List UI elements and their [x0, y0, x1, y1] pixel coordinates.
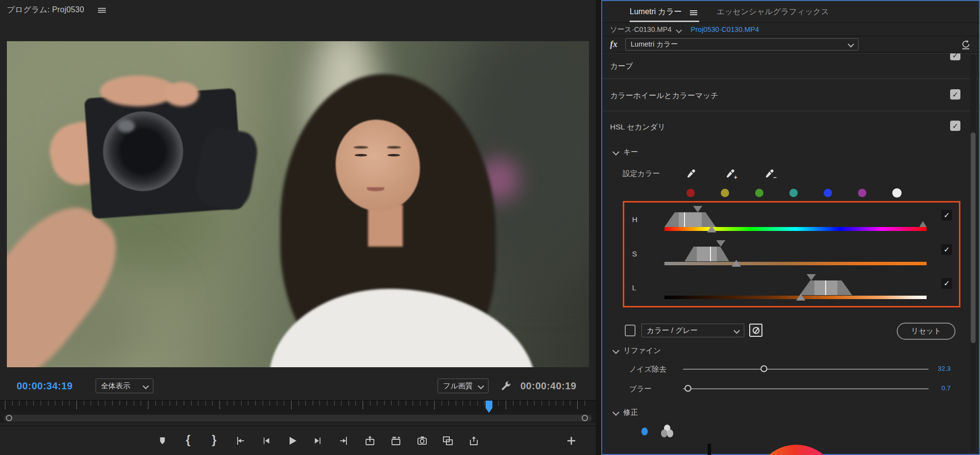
- correction-header-label: 修正: [623, 408, 638, 417]
- saturation-track[interactable]: [664, 262, 927, 265]
- blur-knob[interactable]: [685, 385, 691, 392]
- hue-range-trapezoid[interactable]: [664, 212, 716, 227]
- saturation-top-marker[interactable]: [716, 240, 726, 247]
- reset-button[interactable]: リセット: [897, 323, 956, 340]
- plus-icon[interactable]: [564, 434, 578, 448]
- video-frame[interactable]: [7, 41, 589, 367]
- color-cluster-icon[interactable]: [660, 424, 677, 440]
- key-subsection-header[interactable]: キー: [602, 142, 979, 162]
- color-gray-checkbox[interactable]: [625, 325, 636, 336]
- eyedropper-icon[interactable]: [683, 169, 699, 179]
- chevron-down-icon: [613, 348, 618, 354]
- swatch-dot[interactable]: [858, 189, 866, 197]
- extract-icon[interactable]: [389, 434, 403, 448]
- tab-lumetri-color[interactable]: Lumetri カラー: [630, 6, 699, 22]
- lift-icon[interactable]: [363, 434, 377, 448]
- panel-menu-icon[interactable]: [98, 10, 106, 11]
- go-to-in-icon[interactable]: [233, 434, 247, 448]
- denoise-value[interactable]: 32.3: [938, 365, 951, 372]
- sequence-clip-link[interactable]: Proj0530·C0130.MP4: [691, 25, 759, 33]
- chevron-down-icon[interactable]: [677, 28, 681, 32]
- section-color-wheels[interactable]: カラーホイールとカラーマッチ: [602, 78, 979, 111]
- hsl-row-l: L ✓: [624, 276, 959, 304]
- monitor-zoom-scrollbar[interactable]: [0, 414, 596, 423]
- panel-scrollbar-thumb[interactable]: [971, 132, 976, 343]
- hue-range-slider[interactable]: [664, 207, 927, 236]
- correction-subsection-header[interactable]: 修正: [602, 404, 979, 421]
- refine-subsection-header[interactable]: リファイン: [602, 342, 979, 359]
- saturation-range-slider[interactable]: [664, 242, 927, 270]
- view-zoom-select[interactable]: 全体表示: [96, 379, 153, 393]
- hue-wrap-marker[interactable]: [919, 221, 927, 227]
- play-icon[interactable]: [285, 434, 299, 448]
- subject-eye: [355, 154, 367, 156]
- blur-slider[interactable]: [683, 388, 929, 389]
- hue-enabled-check[interactable]: ✓: [941, 210, 952, 221]
- section-hsl-secondary[interactable]: HSL セカンダリ: [602, 111, 979, 142]
- source-clip-label[interactable]: ソース·C0130.MP4: [610, 25, 672, 34]
- hue-spectrum-track[interactable]: [664, 227, 927, 231]
- playback-quality-value: フル画質: [443, 381, 473, 391]
- correction-color-wheel[interactable]: [755, 445, 838, 455]
- transport-controls: { }: [0, 426, 596, 455]
- comparison-view-icon[interactable]: [441, 434, 455, 448]
- duration-timecode: 00:00:40:19: [520, 380, 576, 392]
- luma-range-slider[interactable]: [664, 276, 927, 304]
- ruler-ticks: [5, 401, 591, 414]
- export-frame-icon[interactable]: [415, 434, 429, 448]
- luma-enabled-check[interactable]: ✓: [941, 278, 952, 289]
- mark-out-icon[interactable]: }: [207, 434, 221, 448]
- curves-enabled-checkbox[interactable]: [950, 53, 960, 60]
- settings-wrench-icon[interactable]: [500, 380, 512, 394]
- blur-row: ブラー 0.7: [602, 381, 979, 396]
- swatch-dot[interactable]: [721, 189, 729, 197]
- zoom-handle-left[interactable]: [6, 415, 12, 421]
- mask-circle: [753, 327, 760, 334]
- color-gray-row: カラー / グレー リセット: [602, 319, 979, 343]
- swatch-dot[interactable]: [789, 189, 798, 197]
- effect-row: fx Lumetri カラー: [602, 36, 979, 53]
- export-icon[interactable]: [467, 434, 481, 448]
- color-gray-select[interactable]: カラー / グレー: [641, 324, 744, 337]
- saturation-enabled-check[interactable]: ✓: [941, 244, 952, 255]
- section-curves[interactable]: カーブ: [602, 53, 979, 78]
- swatch-dot[interactable]: [824, 189, 832, 197]
- swatch-dot[interactable]: [892, 188, 902, 198]
- panel-tab-bar: Lumetri カラー エッセンシャルグラフィックス: [602, 1, 979, 23]
- step-forward-icon[interactable]: [311, 434, 325, 448]
- chevron-down-icon: [849, 42, 853, 47]
- luma-track[interactable]: [664, 296, 927, 299]
- color-point-icon[interactable]: [641, 428, 648, 435]
- blur-value[interactable]: 0.7: [941, 384, 951, 392]
- add-marker-icon[interactable]: [155, 434, 169, 448]
- monitor-time-ruler[interactable]: [0, 400, 596, 414]
- eyedropper-add-icon[interactable]: +: [722, 169, 738, 179]
- current-timecode[interactable]: 00:00:34:19: [17, 380, 73, 392]
- reset-effect-icon[interactable]: [960, 39, 971, 50]
- hue-top-marker[interactable]: [693, 206, 702, 212]
- go-to-out-icon[interactable]: [337, 434, 351, 448]
- hsl-enabled-checkbox[interactable]: [950, 121, 960, 131]
- playback-quality-select[interactable]: フル画質: [438, 379, 489, 393]
- panel-menu-icon[interactable]: [690, 12, 697, 13]
- saturation-range-trapezoid[interactable]: [685, 247, 729, 261]
- tab-essential-graphics[interactable]: エッセンシャルグラフィックス: [717, 6, 829, 17]
- section-hsl-label: HSL セカンダリ: [610, 122, 665, 132]
- luma-top-marker[interactable]: [807, 274, 816, 280]
- denoise-slider[interactable]: [683, 369, 929, 370]
- zoom-scrollbar-track[interactable]: [4, 415, 592, 422]
- swatch-dot[interactable]: [686, 189, 695, 197]
- eyedropper-remove-icon[interactable]: −: [761, 169, 778, 179]
- zoom-handle-right[interactable]: [582, 415, 588, 421]
- denoise-knob[interactable]: [760, 365, 767, 372]
- wheels-enabled-checkbox[interactable]: [950, 89, 960, 100]
- mark-in-icon[interactable]: {: [181, 434, 195, 448]
- invert-mask-icon[interactable]: [749, 324, 762, 337]
- effect-select[interactable]: Lumetri カラー: [625, 38, 858, 51]
- step-back-icon[interactable]: [259, 434, 273, 448]
- tab-lumetri-label: Lumetri カラー: [630, 7, 682, 17]
- subject-eyebrow: [387, 146, 401, 149]
- swatch-dot[interactable]: [755, 189, 763, 197]
- cluster-circle: [667, 430, 673, 437]
- playhead[interactable]: [486, 401, 492, 413]
